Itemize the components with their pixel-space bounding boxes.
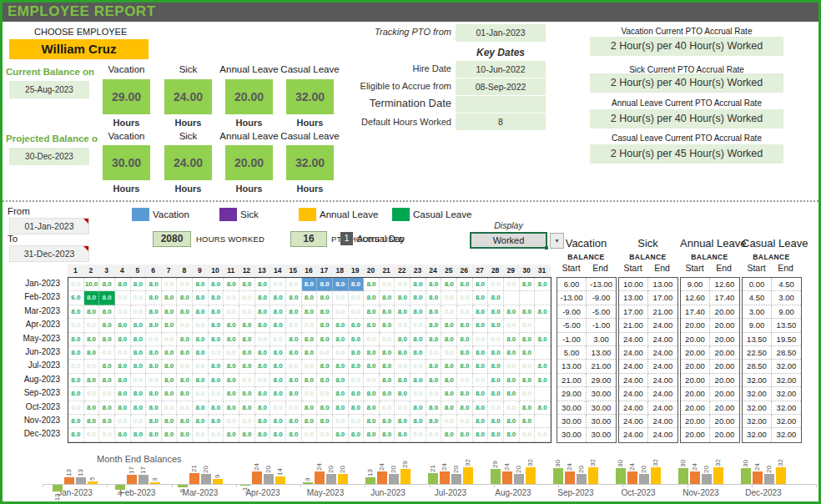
calendar-cell[interactable]: 8.0 bbox=[457, 428, 473, 441]
calendar-cell[interactable]: 8.0 bbox=[488, 346, 504, 360]
calendar-cell[interactable] bbox=[535, 291, 551, 305]
calendar-cell[interactable]: 8.0 bbox=[535, 374, 551, 387]
calendar-cell[interactable]: 0.0 bbox=[68, 360, 84, 373]
calendar-cell[interactable]: 0.0 bbox=[488, 401, 504, 415]
calendar-cell[interactable]: 0.0 bbox=[302, 387, 318, 401]
calendar-cell[interactable]: 0.0 bbox=[380, 401, 395, 415]
calendar-cell[interactable]: 8.0 bbox=[286, 387, 302, 401]
calendar-cell[interactable]: 8.0 bbox=[426, 401, 442, 415]
calendar-cell[interactable]: 8.0 bbox=[193, 291, 209, 305]
calendar-cell[interactable]: 8.0 bbox=[162, 291, 178, 305]
calendar-cell[interactable]: 8.0 bbox=[115, 374, 131, 387]
calendar-cell[interactable]: 8.0 bbox=[115, 319, 131, 332]
calendar-cell[interactable]: 8.0 bbox=[177, 387, 193, 401]
calendar-cell[interactable]: 8.0 bbox=[255, 305, 271, 319]
calendar-cell[interactable]: 8.0 bbox=[317, 305, 333, 319]
calendar-cell[interactable]: 8.0 bbox=[209, 415, 224, 428]
calendar-cell[interactable]: 8.0 bbox=[504, 415, 520, 428]
calendar-cell[interactable]: 0.0 bbox=[473, 333, 489, 346]
calendar-cell[interactable]: 8.0 bbox=[68, 333, 84, 346]
calendar-cell[interactable]: 8.0 bbox=[270, 360, 286, 373]
calendar-cell[interactable]: 8.0 bbox=[349, 346, 365, 360]
calendar-cell[interactable]: 8.0 bbox=[193, 333, 209, 346]
calendar-cell[interactable]: 0.0 bbox=[333, 305, 349, 319]
calendar-cell[interactable]: 8.0 bbox=[349, 333, 365, 346]
calendar-cell[interactable]: 8.0 bbox=[255, 319, 271, 332]
calendar-cell[interactable]: 8.0 bbox=[177, 346, 193, 360]
calendar-cell[interactable]: 8.0 bbox=[349, 319, 365, 332]
calendar-cell[interactable]: 8.0 bbox=[333, 374, 349, 387]
calendar-cell[interactable]: 8.0 bbox=[131, 428, 147, 441]
calendar-cell[interactable]: 0.0 bbox=[302, 319, 318, 332]
calendar-cell[interactable]: 8.0 bbox=[441, 278, 457, 291]
calendar-cell[interactable]: 8.0 bbox=[286, 291, 302, 305]
calendar-cell[interactable]: 8.0 bbox=[255, 346, 271, 360]
calendar-cell[interactable]: 8.0 bbox=[286, 346, 302, 360]
calendar-cell[interactable]: 0.0 bbox=[395, 360, 410, 373]
calendar-cell[interactable]: 0.0 bbox=[224, 346, 239, 360]
calendar-cell[interactable]: 0.0 bbox=[286, 278, 302, 291]
calendar-cell[interactable]: 8.0 bbox=[162, 387, 178, 401]
calendar-cell[interactable]: 0.0 bbox=[224, 291, 239, 305]
calendar-cell[interactable]: 8.0 bbox=[209, 305, 224, 319]
calendar-cell[interactable]: 0.0 bbox=[286, 319, 302, 332]
calendar-cell[interactable]: 8.0 bbox=[364, 291, 380, 305]
calendar-cell[interactable]: 8.0 bbox=[395, 346, 410, 360]
calendar-cell[interactable]: 8.0 bbox=[255, 387, 271, 401]
calendar-cell[interactable]: 8.0 bbox=[364, 278, 380, 291]
calendar-cell[interactable]: 0.0 bbox=[239, 415, 255, 428]
calendar-cell[interactable]: 8.0 bbox=[193, 415, 209, 428]
calendar-cell[interactable]: 8.0 bbox=[84, 346, 100, 360]
calendar-cell[interactable]: 8.0 bbox=[224, 374, 239, 387]
calendar-cell[interactable]: 0.0 bbox=[349, 415, 365, 428]
from-date-input[interactable]: 01-Jan-2023 bbox=[9, 218, 89, 234]
calendar-cell[interactable]: 8.0 bbox=[535, 305, 551, 319]
calendar-cell[interactable]: 8.0 bbox=[99, 319, 115, 332]
calendar-cell[interactable]: 0.0 bbox=[520, 428, 536, 441]
calendar-cell[interactable]: 8.0 bbox=[364, 415, 380, 428]
calendar-cell[interactable]: 8.0 bbox=[224, 333, 239, 346]
calendar-cell[interactable]: 0.0 bbox=[504, 319, 520, 332]
calendar-cell[interactable]: 8.0 bbox=[457, 278, 473, 291]
calendar-cell[interactable]: 8.0 bbox=[239, 428, 255, 441]
calendar-cell[interactable]: 8.0 bbox=[302, 305, 318, 319]
calendar-cell[interactable]: 0.0 bbox=[410, 428, 426, 441]
calendar-cell[interactable]: 8.0 bbox=[457, 387, 473, 401]
calendar-cell[interactable]: 8.0 bbox=[349, 428, 365, 441]
calendar-cell[interactable]: 8.0 bbox=[84, 333, 100, 346]
calendar-cell[interactable]: 0.0 bbox=[224, 305, 239, 319]
calendar-cell[interactable]: 8.0 bbox=[131, 333, 147, 346]
calendar-cell[interactable]: 0.0 bbox=[131, 305, 147, 319]
calendar-cell[interactable]: 0.0 bbox=[99, 387, 115, 401]
calendar-cell[interactable]: 8.0 bbox=[115, 333, 131, 346]
calendar-cell[interactable]: 8.0 bbox=[224, 319, 239, 332]
calendar-cell[interactable]: 8.0 bbox=[99, 401, 115, 415]
calendar-cell[interactable]: 8.0 bbox=[131, 360, 147, 373]
calendar-cell[interactable]: 8.0 bbox=[333, 387, 349, 401]
calendar-cell[interactable]: 8.0 bbox=[333, 360, 349, 373]
calendar-cell[interactable]: 8.0 bbox=[255, 428, 271, 441]
calendar-cell[interactable]: 8.0 bbox=[286, 305, 302, 319]
calendar-cell[interactable]: 0.0 bbox=[193, 360, 209, 373]
calendar-cell[interactable] bbox=[535, 346, 551, 360]
calendar-cell[interactable]: 8.0 bbox=[99, 360, 115, 373]
calendar-cell[interactable]: 8.0 bbox=[410, 346, 426, 360]
calendar-cell[interactable]: 0.0 bbox=[146, 374, 162, 387]
calendar-cell[interactable]: 8.0 bbox=[68, 428, 84, 441]
calendar-cell[interactable]: 8.0 bbox=[131, 387, 147, 401]
calendar-cell[interactable]: 8.0 bbox=[270, 387, 286, 401]
calendar-cell[interactable]: 8.0 bbox=[333, 428, 349, 441]
calendar-cell[interactable]: 0.0 bbox=[131, 374, 147, 387]
calendar-cell[interactable]: 8.0 bbox=[473, 360, 489, 373]
calendar-cell[interactable]: 8.0 bbox=[146, 305, 162, 319]
calendar-cell[interactable]: 8.0 bbox=[473, 387, 489, 401]
calendar-cell[interactable]: 8.0 bbox=[364, 401, 380, 415]
calendar-cell[interactable]: 8.0 bbox=[520, 333, 536, 346]
calendar-cell[interactable]: 8.0 bbox=[209, 374, 224, 387]
calendar-cell[interactable]: 8.0 bbox=[426, 415, 442, 428]
calendar-cell[interactable]: 0.0 bbox=[177, 278, 193, 291]
calendar-cell[interactable]: 8.0 bbox=[270, 346, 286, 360]
calendar-cell[interactable]: 8.0 bbox=[535, 333, 551, 346]
calendar-cell[interactable]: 8.0 bbox=[395, 291, 410, 305]
calendar-cell[interactable]: 8.0 bbox=[162, 305, 178, 319]
